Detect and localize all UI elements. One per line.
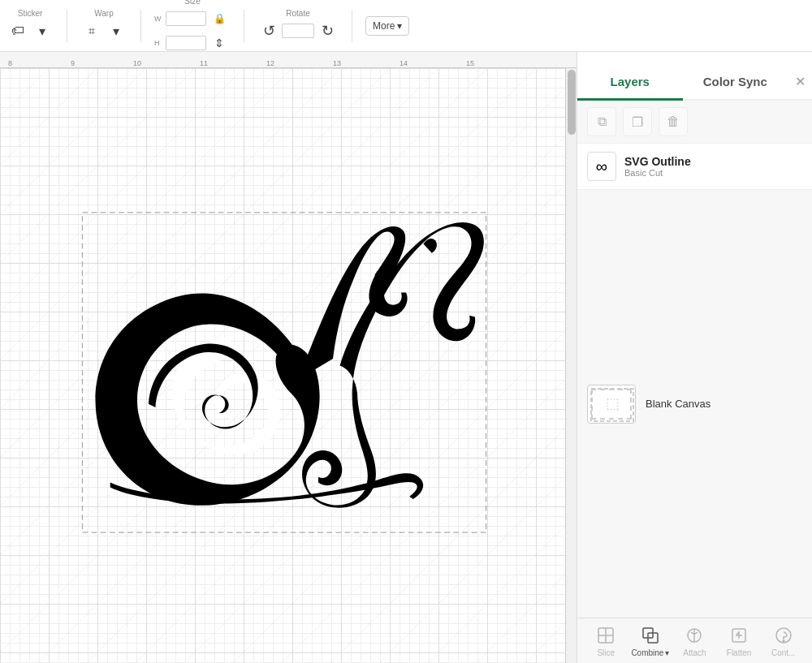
rotate-input[interactable] (282, 24, 314, 38)
ruler-tick: 15 (466, 59, 474, 67)
attach-label: Attach (683, 648, 706, 657)
layer-thumb-svg: ∞ (590, 154, 614, 179)
svg-text:⬚: ⬚ (606, 395, 620, 411)
panel-toolbar: ⧉ ❐ 🗑 (577, 101, 812, 144)
vertical-scrollbar[interactable] (565, 68, 577, 663)
attach-button[interactable]: Attach (674, 624, 715, 657)
slice-button[interactable]: Slice (585, 624, 626, 657)
ruler-horizontal: 8 9 10 11 12 13 14 15 (0, 52, 577, 68)
size-label: Size (184, 0, 200, 6)
svg-point-18 (783, 640, 784, 642)
up-down-icon[interactable]: ⇕ (208, 32, 231, 54)
combine-label: Combine (631, 648, 663, 657)
duplicate-icon: ❐ (632, 114, 643, 130)
warp-label: Warp (94, 9, 114, 18)
artwork-svg[interactable] (41, 68, 528, 663)
slice-icon (594, 624, 617, 647)
panel-close-button[interactable]: ✕ (788, 74, 812, 99)
cont-icon (772, 624, 795, 647)
main-area: 8 9 10 11 12 13 14 15 (0, 52, 812, 663)
layer-thumbnail: ∞ (587, 152, 616, 181)
canvas-area[interactable]: 8 9 10 11 12 13 14 15 (0, 52, 577, 663)
size-inputs: W 🔒 H ⇕ (154, 7, 231, 54)
divider-2 (140, 10, 141, 42)
rotate-cw-icon[interactable]: ↻ (316, 19, 339, 42)
copy-layer-button[interactable]: ⧉ (587, 107, 616, 136)
divider-3 (244, 10, 244, 42)
ruler-tick: 8 (8, 59, 12, 67)
warp-icon[interactable]: ⌗ (80, 19, 103, 42)
tab-color-sync[interactable]: Color Sync (683, 67, 788, 101)
rotate-label: Rotate (286, 9, 309, 18)
blank-canvas-thumbnail: ⬚ (587, 385, 636, 424)
sticker-label: Sticker (18, 9, 43, 18)
more-label: More (373, 20, 395, 32)
blank-canvas-thumb-svg: ⬚ (588, 385, 636, 424)
layer-name: SVG Outline (624, 155, 802, 168)
scrollbar-thumb[interactable] (568, 70, 576, 135)
tab-layers[interactable]: Layers (577, 67, 683, 101)
ruler-tick: 9 (71, 59, 75, 67)
combine-button[interactable]: Combine ▾ (630, 624, 671, 657)
combine-icon (639, 624, 662, 647)
size-section: Size W 🔒 H ⇕ (154, 0, 231, 54)
canvas-content[interactable] (0, 68, 565, 663)
sticker-section: Sticker 🏷 ▾ (6, 9, 54, 42)
height-input[interactable] (166, 36, 206, 50)
cont-button[interactable]: Cont... (763, 624, 804, 657)
warp-dropdown[interactable]: ▾ (105, 19, 127, 42)
divider-4 (352, 10, 352, 42)
more-button[interactable]: More ▾ (365, 16, 409, 36)
cont-label: Cont... (771, 648, 795, 657)
layer-sub: Basic Cut (624, 168, 802, 178)
ruler-tick: 11 (200, 59, 208, 67)
layer-item-svg[interactable]: ∞ SVG Outline Basic Cut (577, 144, 812, 190)
rotate-section: Rotate ↺ ↻ (257, 9, 339, 42)
more-chevron: ▾ (397, 20, 402, 32)
blank-canvas-section: ⬚ Blank Canvas (577, 190, 812, 618)
blank-canvas-label: Blank Canvas (646, 398, 710, 410)
ruler-tick: 10 (133, 59, 141, 67)
combine-chevron: ▾ (665, 648, 669, 657)
ruler-tick: 13 (333, 59, 341, 67)
delete-layer-button[interactable]: 🗑 (659, 107, 688, 136)
flatten-button[interactable]: Flatten (719, 624, 759, 657)
rotate-ccw-icon[interactable]: ↺ (257, 19, 280, 42)
duplicate-layer-button[interactable]: ❐ (623, 107, 652, 136)
width-label: W (154, 15, 164, 23)
attach-icon (683, 624, 706, 647)
slice-label: Slice (597, 648, 615, 657)
panel-tabs: Layers Color Sync ✕ (577, 52, 812, 101)
main-toolbar: Sticker 🏷 ▾ Warp ⌗ ▾ Size W 🔒 H ⇕ (0, 0, 812, 52)
flatten-label: Flatten (727, 648, 752, 657)
artwork-group (95, 222, 483, 508)
svg-rect-6 (591, 389, 633, 421)
sticker-icon[interactable]: 🏷 (6, 19, 29, 42)
ruler-tick: 14 (400, 59, 408, 67)
trash-icon: 🗑 (667, 114, 680, 129)
warp-section: Warp ⌗ ▾ (80, 9, 127, 42)
svg-text:∞: ∞ (596, 157, 607, 175)
sticker-dropdown[interactable]: ▾ (31, 19, 54, 42)
layer-info: SVG Outline Basic Cut (624, 155, 802, 178)
divider-1 (67, 10, 67, 42)
height-label: H (154, 39, 164, 47)
flatten-icon (728, 624, 750, 647)
ruler-tick: 12 (266, 59, 274, 67)
lock-icon[interactable]: 🔒 (208, 7, 231, 30)
copy-icon: ⧉ (598, 114, 607, 129)
right-panel: Layers Color Sync ✕ ⧉ ❐ 🗑 ∞ (577, 52, 812, 663)
width-input[interactable] (166, 11, 206, 26)
panel-bottom-bar: Slice Combine ▾ (577, 618, 812, 663)
